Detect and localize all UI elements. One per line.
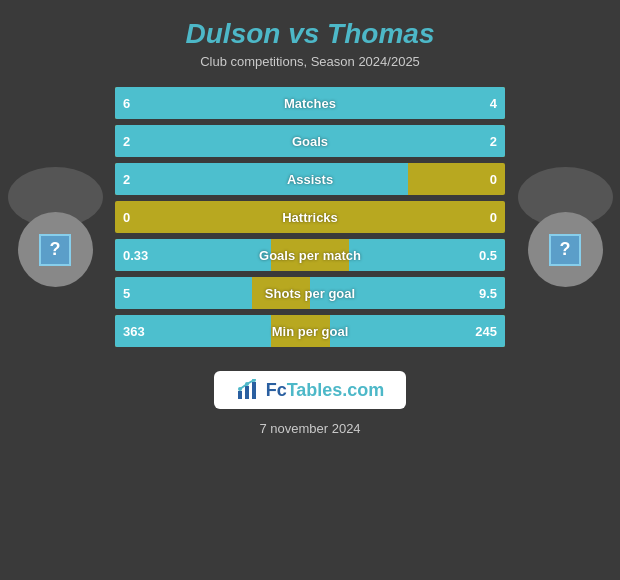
right-player: ? <box>510 147 620 287</box>
left-player-avatar: ? <box>8 167 103 287</box>
stat-row: Min per goal363245 <box>115 315 505 347</box>
stat-label: Assists <box>287 172 333 187</box>
stat-label: Matches <box>284 96 336 111</box>
svg-point-3 <box>238 387 242 391</box>
left-player: ? <box>0 147 110 287</box>
stat-val-left: 6 <box>123 96 130 111</box>
match-subtitle: Club competitions, Season 2024/2025 <box>186 54 435 69</box>
logo-tables: Tables.com <box>287 380 385 400</box>
svg-point-4 <box>245 382 249 386</box>
stat-val-right: 0 <box>490 172 497 187</box>
match-title: Dulson vs Thomas <box>186 18 435 50</box>
stat-val-left: 363 <box>123 324 145 339</box>
stat-label: Hattricks <box>282 210 338 225</box>
stat-val-left: 0.33 <box>123 248 148 263</box>
svg-rect-0 <box>238 391 242 399</box>
stat-label: Min per goal <box>272 324 349 339</box>
stat-row: Goals per match0.330.5 <box>115 239 505 271</box>
stat-label: Shots per goal <box>265 286 355 301</box>
stat-val-right: 0 <box>490 210 497 225</box>
stat-row: Assists20 <box>115 163 505 195</box>
stat-row: Shots per goal59.5 <box>115 277 505 309</box>
stat-row: Matches64 <box>115 87 505 119</box>
left-player-box: ? <box>18 212 93 287</box>
stat-val-left: 5 <box>123 286 130 301</box>
comparison-area: ? Matches64Goals22Assists20Hattricks00Go… <box>0 77 620 357</box>
logo-fc: Fc <box>266 380 287 400</box>
stat-val-left: 2 <box>123 134 130 149</box>
stat-row: Goals22 <box>115 125 505 157</box>
header: Dulson vs Thomas Club competitions, Seas… <box>186 0 435 77</box>
stat-val-right: 0.5 <box>479 248 497 263</box>
stat-row: Hattricks00 <box>115 201 505 233</box>
right-player-box: ? <box>528 212 603 287</box>
stat-val-right: 9.5 <box>479 286 497 301</box>
right-player-avatar: ? <box>518 167 613 287</box>
stat-label: Goals per match <box>259 248 361 263</box>
right-player-placeholder: ? <box>549 234 581 266</box>
footer-date: 7 november 2024 <box>259 421 360 436</box>
svg-rect-1 <box>245 386 249 399</box>
logo-area: FcTables.com <box>214 371 407 409</box>
logo-icon <box>236 379 258 401</box>
stat-val-left: 2 <box>123 172 130 187</box>
logo-text: FcTables.com <box>266 380 385 401</box>
stat-label: Goals <box>292 134 328 149</box>
stat-val-right: 4 <box>490 96 497 111</box>
stats-container: Matches64Goals22Assists20Hattricks00Goal… <box>110 87 510 347</box>
stat-val-right: 2 <box>490 134 497 149</box>
stat-val-right: 245 <box>475 324 497 339</box>
left-player-placeholder: ? <box>39 234 71 266</box>
stat-val-left: 0 <box>123 210 130 225</box>
svg-rect-2 <box>252 382 256 399</box>
